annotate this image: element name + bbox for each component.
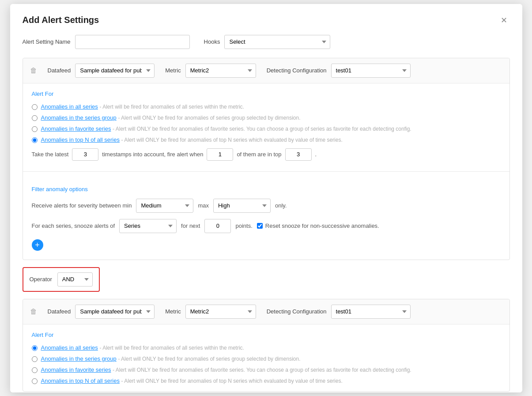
section-1-only-label: only.: [275, 202, 287, 209]
section-2-anomalies-all-bold: Anomalies in all series: [41, 344, 98, 351]
section-1-top-n-desc: - Alert will ONLY be fired for anomalies…: [121, 137, 343, 143]
alert-setting-name-group: Alert Setting Name: [23, 35, 190, 49]
section-1-anomalies-all-desc: - Alert will be fired for anomalies of a…: [99, 104, 244, 110]
section-1-reset-snooze-label[interactable]: Reset snooze for non-successive anomalie…: [257, 223, 379, 229]
section-2-body: Alert For Anomalies in all series - Aler…: [23, 324, 509, 391]
section-2-favorite-desc: - Alert will ONLY be fired for anomalies…: [113, 367, 411, 373]
section-1-top-input[interactable]: [285, 148, 312, 161]
section-1-add-button[interactable]: +: [32, 239, 43, 251]
operator-select[interactable]: AND OR: [57, 272, 93, 287]
section-2-top-n-desc: - Alert will ONLY be fired for anomalies…: [121, 378, 343, 384]
section-1-radio-group: Anomalies in all series - Alert will be …: [32, 103, 501, 143]
operator-label: Operator: [30, 276, 52, 283]
section-1-datafeed-select[interactable]: Sample datafeed for public: [75, 64, 155, 78]
section-1-datafeed-group: Datafeed Sample datafeed for public: [48, 64, 155, 78]
section-1-receive-alerts-label: Receive alerts for severity between min: [32, 202, 132, 209]
section-2-radio-favorite[interactable]: Anomalies in favorite series - Alert wil…: [32, 366, 501, 373]
section-2-radio-anomalies-all-input[interactable]: [32, 345, 38, 351]
section-1-radio-favorite-input[interactable]: [32, 126, 38, 132]
section-1-metric-group: Metric Metric2: [165, 64, 256, 78]
section-2-series-group-bold: Anomalies in the series group: [41, 355, 117, 362]
section-2-radio-top-n-input[interactable]: [32, 378, 38, 384]
section-2-radio-favorite-input[interactable]: [32, 367, 38, 373]
section-2-radio-anomalies-all-text: Anomalies in all series - Alert will be …: [41, 344, 244, 351]
section-2-series-group-desc: - Alert will ONLY be fired for anomalies…: [118, 356, 300, 362]
section-1-delete-icon[interactable]: 🗑: [30, 67, 37, 75]
section-2-delete-icon[interactable]: 🗑: [30, 308, 37, 316]
section-1-period-label: .: [315, 151, 317, 158]
section-2-datafeed-label: Datafeed: [48, 308, 71, 315]
hooks-group: Hooks Select: [204, 35, 331, 49]
section-1-datafeed-label: Datafeed: [48, 67, 71, 74]
section-1-radio-anomalies-all[interactable]: Anomalies in all series - Alert will be …: [32, 103, 501, 110]
section-1-take-latest-input[interactable]: [72, 148, 98, 161]
close-button[interactable]: ✕: [498, 15, 510, 26]
section-2-card: 🗑 Datafeed Sample datafeed for public Me…: [23, 299, 510, 392]
section-1-take-latest-label: Take the latest: [32, 151, 69, 158]
section-1-for-each-label: For each series, snooze alerts of: [32, 223, 115, 229]
section-2-alert-for-title: Alert For: [32, 332, 501, 338]
section-1-anomalies-all-bold: Anomalies in all series: [41, 103, 98, 110]
section-1-detecting-label: Detecting Configuration: [267, 67, 327, 74]
operator-row: Operator AND OR: [23, 267, 100, 292]
section-2-radio-top-n-text: Anomalies in top N of all series - Alert…: [41, 377, 343, 384]
section-1-radio-top-n-input[interactable]: [32, 137, 38, 143]
section-1-favorite-desc: - Alert will ONLY be fired for anomalies…: [113, 126, 411, 132]
section-2-top-n-bold: Anomalies in top N of all series: [41, 377, 120, 384]
section-2-metric-select[interactable]: Metric2: [185, 305, 256, 319]
section-1-divider: [23, 171, 509, 172]
section-2-radio-series-group-input[interactable]: [32, 356, 38, 362]
section-1-top-n-bold: Anomalies in top N of all series: [41, 136, 120, 143]
section-1-reset-snooze-text: Reset snooze for non-successive anomalie…: [265, 223, 379, 229]
section-2-radio-favorite-text: Anomalies in favorite series - Alert wil…: [41, 366, 411, 373]
section-1-of-them-label: of them are in top: [237, 151, 281, 158]
section-1-fire-when-input[interactable]: [207, 148, 233, 161]
section-1-body: Alert For Anomalies in all series - Aler…: [23, 83, 509, 168]
section-1-snooze-row: For each series, snooze alerts of Series…: [32, 219, 501, 233]
section-1-min-severity-select[interactable]: Low Medium High Critical: [136, 199, 193, 213]
section-2-datafeed-select[interactable]: Sample datafeed for public: [75, 305, 155, 319]
section-1-radio-series-group[interactable]: Anomalies in the series group - Alert wi…: [32, 114, 501, 121]
section-2-radio-group: Anomalies in all series - Alert will be …: [32, 344, 501, 384]
section-1-radio-series-group-input[interactable]: [32, 115, 38, 121]
section-1-detecting-group: Detecting Configuration test01: [267, 64, 411, 78]
section-1-detecting-select[interactable]: test01: [331, 64, 411, 78]
hooks-label: Hooks: [204, 38, 220, 45]
section-1-reset-snooze-checkbox[interactable]: [257, 223, 263, 229]
modal-title: Add Alert Settings: [23, 15, 99, 25]
section-1-radio-favorite-text: Anomalies in favorite series - Alert wil…: [41, 125, 411, 132]
section-1-inline-inputs: Take the latest timestamps into account,…: [32, 148, 501, 161]
section-1-snooze-select[interactable]: Series Metric All: [119, 219, 177, 233]
section-2-favorite-bold: Anomalies in favorite series: [41, 366, 111, 373]
section-2-detecting-select[interactable]: test01: [331, 305, 411, 319]
section-1-timestamps-label: timestamps into account, fire alert when: [102, 151, 203, 158]
section-2-radio-series-group-text: Anomalies in the series group - Alert wi…: [41, 355, 301, 362]
section-1-card: 🗑 Datafeed Sample datafeed for public Me…: [23, 58, 510, 260]
top-fields-row: Alert Setting Name Hooks Select: [23, 35, 510, 49]
section-1-filter-title: Filter anomaly options: [32, 186, 501, 192]
alert-setting-name-input[interactable]: [75, 35, 190, 49]
section-1-filter: Filter anomaly options Receive alerts fo…: [23, 179, 509, 260]
section-1-max-severity-select[interactable]: Low Medium High Critical: [213, 199, 271, 213]
section-1-radio-series-group-text: Anomalies in the series group - Alert wi…: [41, 114, 301, 121]
section-2-anomalies-all-desc: - Alert will be fired for anomalies of a…: [99, 345, 244, 351]
section-2-metric-group: Metric Metric2: [165, 305, 256, 319]
section-1-radio-anomalies-all-text: Anomalies in all series - Alert will be …: [41, 103, 244, 110]
modal: Add Alert Settings ✕ Alert Setting Name …: [10, 4, 522, 392]
section-1-radio-favorite[interactable]: Anomalies in favorite series - Alert wil…: [32, 125, 501, 132]
section-1-metric-label: Metric: [165, 67, 181, 74]
section-1-severity-row: Receive alerts for severity between min …: [32, 199, 501, 213]
section-2-header: 🗑 Datafeed Sample datafeed for public Me…: [23, 299, 509, 324]
section-2-radio-anomalies-all[interactable]: Anomalies in all series - Alert will be …: [32, 344, 501, 351]
section-2-datafeed-group: Datafeed Sample datafeed for public: [48, 305, 155, 319]
section-2-metric-label: Metric: [165, 308, 181, 315]
alert-setting-name-label: Alert Setting Name: [23, 38, 71, 45]
hooks-select[interactable]: Select: [224, 35, 330, 49]
section-1-series-group-bold: Anomalies in the series group: [41, 114, 117, 121]
section-2-radio-top-n[interactable]: Anomalies in top N of all series - Alert…: [32, 377, 501, 384]
section-1-metric-select[interactable]: Metric2: [185, 64, 256, 78]
section-2-radio-series-group[interactable]: Anomalies in the series group - Alert wi…: [32, 355, 501, 362]
section-1-radio-top-n[interactable]: Anomalies in top N of all series - Alert…: [32, 136, 501, 143]
section-1-snooze-points-input[interactable]: [204, 219, 231, 233]
section-1-radio-anomalies-all-input[interactable]: [32, 104, 38, 110]
